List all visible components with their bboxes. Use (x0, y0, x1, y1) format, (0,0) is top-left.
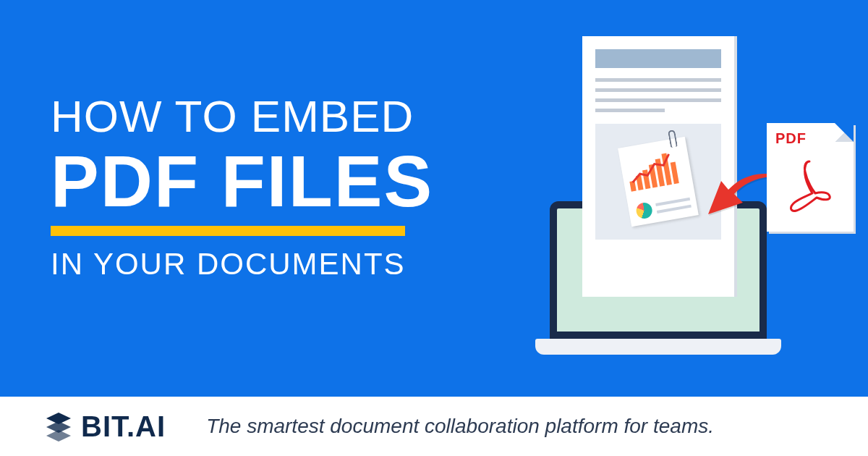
document-sheet-icon (582, 36, 734, 297)
pie-chart-icon (635, 201, 653, 219)
document-embed-slot (595, 124, 721, 240)
note-text-line (657, 205, 692, 214)
adobe-pdf-glyph-icon (785, 157, 835, 215)
document-text-line (595, 78, 721, 82)
brand-tagline: The smartest document collaboration plat… (206, 415, 714, 438)
headline-line-1: How to Embed (51, 94, 433, 139)
document-text-line (595, 88, 721, 92)
page-fold-icon (835, 123, 854, 142)
document-text-line (595, 98, 721, 102)
brand-name: BIT.AI (81, 410, 166, 443)
hero-banner: How to Embed PDF Files In Your Documents (0, 0, 868, 397)
paperclip-icon (668, 130, 678, 148)
footer: BIT.AI The smartest document collaborati… (0, 397, 868, 456)
laptop-base-icon (535, 339, 781, 355)
chart-attachment-icon (618, 137, 699, 227)
document-text-line (595, 109, 665, 112)
document-header-bar (595, 49, 721, 68)
headline-line-3: In Your Documents (51, 249, 433, 279)
headline-line-2: PDF Files (51, 145, 433, 217)
headline: How to Embed PDF Files In Your Documents (51, 94, 433, 279)
pdf-file-icon: PDF (767, 123, 854, 232)
pdf-label: PDF (775, 130, 807, 147)
accent-underline (51, 226, 405, 236)
bit-logo-icon (43, 411, 74, 442)
brand-logo: BIT.AI (43, 410, 166, 443)
hero-illustration: PDF (492, 36, 839, 362)
